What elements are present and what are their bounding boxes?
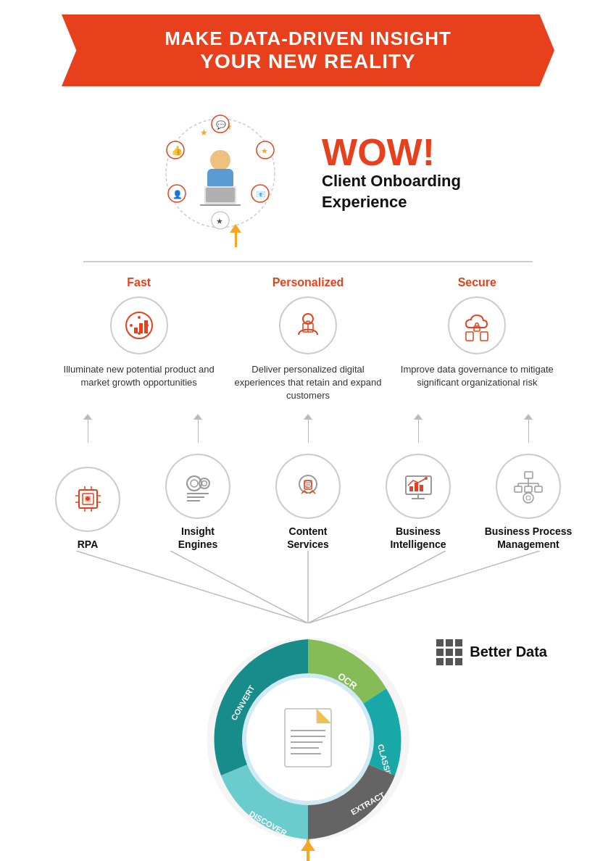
better-data-badge: Better Data [435,638,547,667]
arrow-bpm [481,414,575,443]
svg-point-67 [425,477,428,480]
header-banner: MAKE DATA-DRIVEN INSIGHT YOUR NEW REALIT… [62,14,554,86]
pillar-secure-desc: Improve data governance to mitigate sign… [397,363,557,389]
svg-point-77 [523,493,533,503]
pillar-secure: Secure Improve data governance to mitiga… [397,276,557,403]
svg-rect-68 [525,472,533,478]
svg-point-29 [146,324,149,327]
better-data-text: Better Data [470,644,547,660]
arrow-content [261,414,355,443]
svg-rect-35 [480,332,488,341]
svg-point-27 [138,332,141,335]
svg-rect-64 [409,486,413,491]
svg-marker-110 [303,839,313,849]
pillar-fast-desc: Illuminate new potential product and mar… [59,363,219,389]
svg-point-28 [130,324,133,327]
svg-point-30 [303,314,313,324]
svg-point-26 [138,316,141,319]
service-insight-label: InsightEngines [178,525,217,551]
svg-rect-84 [436,639,444,646]
service-content-services: ContentServices [261,454,355,551]
svg-rect-23 [134,328,138,333]
header-line1: MAKE DATA-DRIVEN INSIGHT [105,28,511,50]
svg-rect-91 [446,658,453,665]
svg-point-39 [86,496,90,501]
wheel-better-data-section: Better Data OCR CLASSIFY EXTRACT DISCOVE… [11,623,605,855]
pillar-fast: Fast Illuminate new potential produ [59,276,219,403]
svg-point-78 [526,496,530,500]
svg-rect-4 [206,188,235,202]
service-bpm: Business ProcessManagement [481,454,575,551]
wow-title: WOW! [322,133,461,171]
svg-rect-90 [436,658,444,665]
svg-text:👍: 👍 [171,144,183,157]
service-content-label: ContentServices [287,525,329,551]
fan-lines-section [11,551,605,623]
svg-text:★: ★ [261,146,268,155]
svg-rect-2 [207,169,233,189]
pillar-fast-icon [110,296,168,354]
svg-rect-88 [446,649,453,656]
svg-rect-34 [466,332,473,341]
service-bpm-label: Business ProcessManagement [485,525,573,551]
services-section: RPA InsightEngines [11,446,605,551]
svg-rect-75 [525,486,532,492]
svg-text:📧: 📧 [256,189,266,199]
service-insight-engines: InsightEngines [151,454,245,551]
pillar-secure-label: Secure [458,276,496,289]
pillar-personalized-icon [279,296,337,354]
wow-text-block: WOW! Client Onboarding Experience [322,133,461,212]
svg-point-49 [191,480,198,487]
pillar-personalized-desc: Deliver personalized digital experiences… [228,363,388,403]
arrow-rpa [41,414,135,443]
svg-rect-25 [144,320,148,333]
pillar-personalized: Personalized Deliver personalized digita… [228,276,388,403]
arrow-insight [151,414,245,443]
svg-rect-74 [515,486,522,492]
svg-rect-85 [446,639,453,646]
upward-arrows [11,410,605,446]
svg-point-1 [210,150,230,170]
wow-illustration: ★ ★ ★ 👍 💬 ★ 📧 👤 [155,108,300,238]
svg-text:💬: 💬 [216,120,226,130]
svg-point-55 [299,475,317,493]
arrow-bi [371,414,465,443]
pillar-secure-icon [448,296,506,354]
header-line2: YOUR NEW REALITY [105,50,511,73]
wow-subtitle: Client Onboarding Experience [322,171,461,212]
pillar-personalized-label: Personalized [272,276,344,289]
svg-text:★: ★ [200,128,208,138]
svg-rect-86 [455,639,462,646]
svg-rect-76 [535,486,542,492]
service-rpa: RPA [41,467,135,551]
rpa-icon-circle [55,467,120,532]
pillar-fast-label: Fast [127,276,151,289]
svg-text:👤: 👤 [172,189,183,199]
wow-section: ★ ★ ★ 👍 💬 ★ 📧 👤 [112,101,504,238]
svg-rect-89 [455,649,462,656]
svg-rect-66 [420,485,423,491]
svg-rect-24 [139,323,143,333]
insight-icon-circle [165,454,230,519]
wheel-diagram: OCR CLASSIFY EXTRACT DISCOVER CONVERT [192,623,424,855]
service-rpa-label: RPA [78,538,99,551]
service-bi-label: BusinessIntelligence [390,525,446,551]
svg-text:★: ★ [216,217,223,225]
svg-rect-87 [436,649,444,656]
bpm-icon-circle [496,454,561,519]
svg-point-51 [201,481,207,486]
svg-rect-65 [415,483,418,491]
service-business-intelligence: BusinessIntelligence [371,454,465,551]
bi-icon-circle [386,454,451,519]
content-icon-circle [275,454,341,519]
svg-rect-92 [455,658,462,665]
pillars-section: Fast Illuminate new potential produ [25,254,591,410]
